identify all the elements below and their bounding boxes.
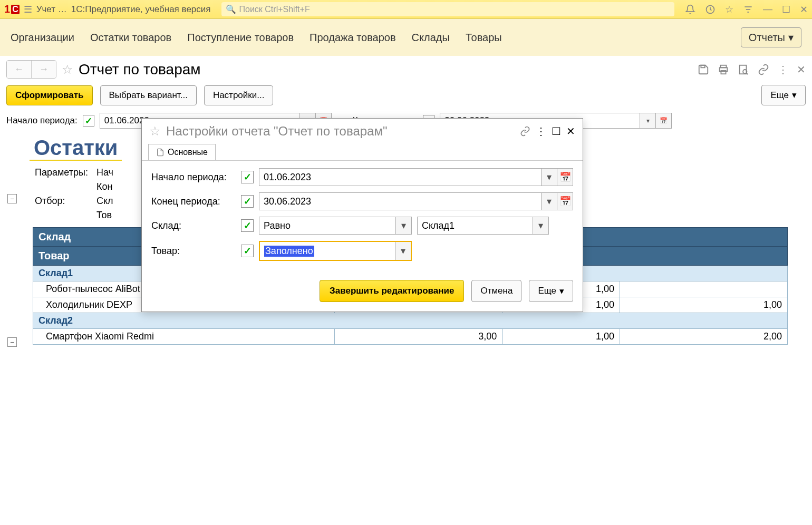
- item-val: [620, 281, 787, 297]
- menu-incoming[interactable]: Поступление товаров: [187, 32, 294, 44]
- settings-button[interactable]: Настройки...: [204, 85, 274, 105]
- nav-forward[interactable]: →: [31, 61, 56, 78]
- modal-tovar-cond[interactable]: Заполнено: [260, 242, 395, 260]
- modal-tabs: Основные: [142, 144, 583, 161]
- hamburger-icon[interactable]: ☰: [24, 4, 32, 15]
- menu-reports[interactable]: Отчеты ▾: [741, 27, 801, 47]
- group-row[interactable]: Склад2: [33, 313, 788, 329]
- generate-button[interactable]: Сформировать: [6, 85, 93, 105]
- modal-start-label: Начало периода:: [151, 172, 236, 183]
- variant-button[interactable]: Выбрать вариант...: [100, 85, 197, 105]
- item-val: 3,00: [335, 329, 502, 345]
- modal-footer: Завершить редактирование Отмена Еще ▾: [142, 275, 583, 312]
- modal-link-icon[interactable]: [520, 126, 530, 137]
- item-val: 1,00: [502, 329, 620, 345]
- modal-sklad-value-dropdown[interactable]: ▾: [533, 217, 549, 235]
- nav-buttons: ← →: [6, 60, 56, 79]
- app-logo: 1C: [4, 3, 20, 15]
- modal-window-icon[interactable]: ☐: [552, 125, 561, 138]
- modal-end-calendar-icon[interactable]: 📅: [557, 192, 573, 210]
- modal-end-label: Конец периода:: [151, 196, 236, 207]
- modal-more-button[interactable]: Еще ▾: [529, 280, 573, 302]
- finish-button[interactable]: Завершить редактирование: [320, 280, 464, 302]
- print-icon[interactable]: [718, 64, 729, 75]
- more-button[interactable]: Еще ▾: [761, 85, 806, 105]
- menu-goods[interactable]: Товары: [466, 32, 502, 44]
- report-param-start-trunc: Нач: [96, 166, 121, 179]
- report-filter-sklad-trunc: Скл: [96, 195, 121, 208]
- chevron-down-icon: ▾: [788, 31, 794, 44]
- modal-start-value[interactable]: 01.06.2023: [259, 168, 542, 186]
- link-icon[interactable]: [758, 64, 769, 75]
- modal-tovar-cond-input[interactable]: Заполнено ▾: [259, 241, 412, 261]
- modal-sklad-cond[interactable]: Равно: [259, 217, 396, 235]
- modal-sklad-cond-dropdown[interactable]: ▾: [396, 217, 412, 235]
- global-search[interactable]: 🔍 Поиск Ctrl+Shift+F: [221, 2, 674, 16]
- modal-body: Начало периода: ✓ 01.06.2023 ▾ 📅 Конец п…: [142, 161, 583, 275]
- page-header: ← → ☆ Отчет по товарам ⋮ ✕: [0, 56, 812, 83]
- history-icon[interactable]: [705, 4, 716, 15]
- more-button-label: Еще: [770, 90, 789, 101]
- close-window-icon[interactable]: ✕: [800, 4, 808, 15]
- favorite-icon[interactable]: ☆: [62, 62, 73, 77]
- modal-kebab-icon[interactable]: ⋮: [536, 125, 546, 138]
- modal-tovar-checkbox[interactable]: ✓: [241, 245, 254, 257]
- modal-title: Настройки отчета "Отчет по товарам": [166, 124, 515, 139]
- chevron-down-icon: ▾: [792, 90, 797, 101]
- modal-sklad-checkbox[interactable]: ✓: [241, 219, 254, 232]
- end-period-dropdown[interactable]: ▾: [640, 113, 656, 129]
- menu-organizations[interactable]: Организации: [11, 32, 74, 44]
- preview-icon[interactable]: [738, 64, 749, 75]
- minimize-icon[interactable]: —: [763, 4, 772, 15]
- maximize-icon[interactable]: ☐: [782, 4, 790, 15]
- report-toolbar: Сформировать Выбрать вариант... Настройк…: [0, 83, 812, 111]
- menu-warehouses[interactable]: Склады: [412, 32, 450, 44]
- menubar: Организации Остатки товаров Поступление …: [0, 19, 812, 56]
- modal-end-checkbox[interactable]: ✓: [241, 195, 254, 208]
- filter-icon[interactable]: [743, 4, 753, 15]
- kebab-icon[interactable]: ⋮: [778, 63, 788, 76]
- menu-sales[interactable]: Продажа товаров: [310, 32, 396, 44]
- tree-toggle-group1[interactable]: −: [7, 337, 17, 347]
- end-period-calendar-icon[interactable]: 📅: [656, 113, 672, 129]
- menu-reports-label: Отчеты: [749, 32, 785, 44]
- report-filter-label: Отбор:: [35, 195, 95, 208]
- modal-star-icon[interactable]: ☆: [149, 124, 161, 139]
- modal-sklad-label: Склад:: [151, 220, 236, 231]
- modal-start-input[interactable]: 01.06.2023 ▾ 📅: [259, 168, 573, 186]
- header-actions: ⋮ ✕: [698, 63, 806, 76]
- modal-end-input[interactable]: 30.06.2023 ▾ 📅: [259, 192, 573, 210]
- title-app1: Учет …: [36, 4, 67, 15]
- start-period-checkbox[interactable]: ✓: [83, 115, 94, 127]
- modal-end-value[interactable]: 30.06.2023: [259, 192, 542, 210]
- title-app2: 1С:Предприятие, учебная версия: [71, 4, 211, 15]
- tab-main[interactable]: Основные: [148, 144, 216, 160]
- cancel-button[interactable]: Отмена: [471, 280, 521, 302]
- page-title: Отчет по товарам: [79, 61, 201, 78]
- modal-start-checkbox[interactable]: ✓: [241, 171, 254, 183]
- modal-sklad-cond-input[interactable]: Равно ▾: [259, 217, 412, 235]
- modal-start-calendar-icon[interactable]: 📅: [557, 168, 573, 186]
- modal-end-dropdown[interactable]: ▾: [542, 192, 557, 210]
- titlebar: 1C ☰ Учет … 1С:Предприятие, учебная верс…: [0, 0, 812, 19]
- modal-sklad-value-input[interactable]: Склад1 ▾: [417, 217, 549, 235]
- modal-tovar-cond-dropdown[interactable]: ▾: [395, 242, 411, 260]
- save-icon[interactable]: [698, 64, 709, 75]
- bell-icon[interactable]: [685, 4, 695, 15]
- document-icon: [156, 148, 165, 157]
- modal-header: ☆ Настройки отчета "Отчет по товарам" ⋮ …: [142, 119, 583, 144]
- tree-toggle-main[interactable]: −: [7, 194, 17, 203]
- modal-sklad-value[interactable]: Склад1: [417, 217, 533, 235]
- chevron-down-icon: ▾: [559, 286, 564, 297]
- star-icon[interactable]: ☆: [725, 4, 733, 15]
- modal-tovar-label: Товар:: [151, 246, 236, 257]
- menu-stock[interactable]: Остатки товаров: [90, 32, 171, 44]
- close-tab-icon[interactable]: ✕: [797, 63, 806, 76]
- modal-start-dropdown[interactable]: ▾: [542, 168, 557, 186]
- report-param-end-trunc: Кон: [96, 180, 121, 193]
- search-icon: 🔍: [226, 4, 236, 14]
- item-val: 1,00: [620, 297, 787, 313]
- modal-close-icon[interactable]: ✕: [566, 125, 575, 138]
- item-val: 2,00: [620, 329, 787, 345]
- nav-back[interactable]: ←: [7, 61, 31, 78]
